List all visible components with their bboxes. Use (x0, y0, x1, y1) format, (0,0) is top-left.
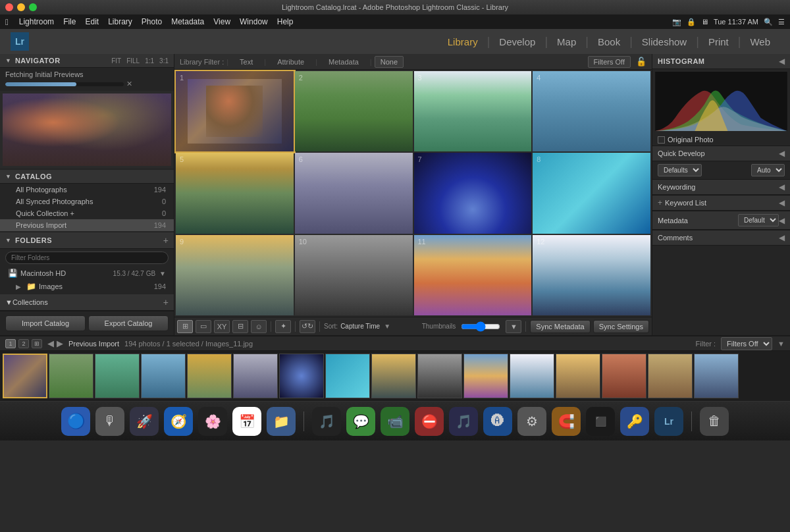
people-view-button[interactable]: ☺ (251, 320, 267, 333)
filter-metadata[interactable]: Metadata (320, 56, 367, 68)
finder2-dock-item[interactable]: 📁 (267, 407, 296, 436)
filmstrip-thumb-8[interactable] (371, 354, 416, 398)
catalog-item-quick-collection[interactable]: Quick Collection + 0 (0, 207, 174, 219)
catalog-item-all-photos[interactable]: All Photographs 194 (0, 184, 174, 196)
grid-view-button[interactable]: ⊞ (177, 320, 193, 333)
folder-images[interactable]: ▶ 📁 Images 194 (0, 280, 174, 293)
grid-cell-7[interactable]: 7 (414, 153, 532, 233)
filter-attribute[interactable]: Attribute (269, 56, 313, 68)
spray-tool[interactable]: ✦ (275, 320, 291, 333)
progress-cancel[interactable]: ✕ (126, 80, 132, 88)
grid-cell-10[interactable]: 10 (295, 235, 413, 315)
appstore-dock-item[interactable]: 🅐 (483, 407, 512, 436)
preset-select-2[interactable]: Auto (751, 164, 785, 176)
filmstrip-thumb-3[interactable] (141, 354, 186, 398)
photos-dock-item[interactable]: 🌸 (198, 407, 227, 436)
grid-cell-5[interactable]: 5 (176, 153, 294, 233)
thumbnail-slider[interactable] (461, 321, 500, 332)
nav-library[interactable]: Library (438, 29, 487, 54)
add-collection-icon[interactable]: + (163, 297, 169, 307)
original-photo-checkbox[interactable] (658, 136, 665, 144)
magnet-dock-item[interactable]: 🧲 (552, 407, 581, 436)
nav-develop[interactable]: Develop (490, 29, 544, 54)
terminal-dock-item[interactable]: ⬛ (586, 407, 615, 436)
nav-print[interactable]: Print (699, 29, 738, 54)
navigator-header[interactable]: ▼ Navigator FIT FILL 1:1 3:1 (0, 54, 174, 68)
control-strip[interactable]: ☰ (778, 18, 785, 26)
sort-chevron-icon[interactable]: ▼ (384, 323, 390, 330)
filmstrip-next-button[interactable]: ▶ (57, 338, 63, 348)
nav-book[interactable]: Book (589, 29, 629, 54)
filmstrip-thumb-0[interactable] (3, 354, 47, 398)
filmstrip-filter-chevron[interactable]: ▼ (777, 340, 785, 348)
keywording-header[interactable]: Keywording ◀ (652, 180, 790, 195)
survey-view-button[interactable]: ⊟ (232, 320, 248, 333)
collections-header[interactable]: ▼ Collections + (0, 294, 174, 311)
filmstrip-thumb-6[interactable] (279, 354, 324, 398)
preset-select[interactable]: Defaults (658, 164, 702, 176)
minimize-button[interactable] (17, 3, 25, 11)
facetime-dock-item[interactable]: 📹 (381, 407, 409, 436)
nav-map[interactable]: Map (548, 29, 585, 54)
import-catalog-button[interactable]: Import Catalog (5, 315, 86, 331)
messages-dock-item[interactable]: 💬 (346, 407, 375, 436)
apple-menu[interactable]:  (5, 17, 9, 27)
export-catalog-button[interactable]: Export Catalog (88, 315, 169, 331)
filmstrip-thumb-9[interactable] (417, 354, 462, 398)
rotate-tool[interactable]: ↺↻ (300, 320, 315, 333)
grid-cell-3[interactable]: 3 (414, 71, 532, 151)
menu-help[interactable]: Help (273, 16, 298, 28)
menu-photo[interactable]: Photo (138, 16, 166, 28)
comments-header[interactable]: Comments ◀ (652, 230, 790, 246)
quick-develop-header[interactable]: Quick Develop ◀ (652, 146, 790, 161)
trash-dock-item[interactable]: 🗑 (700, 407, 729, 436)
filmstrip-thumb-5[interactable] (233, 354, 278, 398)
folder-macintosh-hd[interactable]: 💾 Macintosh HD 15.3 / 42.7 GB ▼ (0, 267, 174, 280)
close-button[interactable] (5, 3, 13, 11)
thumbnail-menu[interactable]: ▼ (506, 320, 521, 333)
catalog-item-synced[interactable]: All Synced Photographs 0 (0, 196, 174, 207)
grid-cell-4[interactable]: 4 (533, 71, 650, 151)
metadata-preset-select[interactable]: Default (738, 214, 779, 226)
menu-window[interactable]: Window (236, 16, 272, 28)
compare-view-button[interactable]: XY (214, 320, 230, 333)
music-dock-item[interactable]: 🎵 (449, 407, 478, 436)
filmstrip-thumb-2[interactable] (95, 354, 140, 398)
add-folder-icon[interactable]: + (163, 235, 169, 246)
grid-cell-2[interactable]: 2 (295, 71, 413, 151)
filmstrip-thumb-12[interactable] (556, 354, 600, 398)
safari-dock-item[interactable]: 🧭 (164, 407, 193, 436)
filter-lock-icon[interactable]: 🔓 (636, 57, 646, 66)
filmstrip-thumb-13[interactable] (602, 354, 646, 398)
filmstrip-prev-button[interactable]: ◀ (47, 338, 54, 348)
menu-view[interactable]: View (209, 16, 234, 28)
1password-dock-item[interactable]: 🔑 (620, 407, 649, 436)
menu-file[interactable]: File (59, 16, 80, 28)
filmstrip-thumb-10[interactable] (463, 354, 508, 398)
siri-dock-item[interactable]: 🎙 (95, 407, 124, 436)
menu-edit[interactable]: Edit (81, 16, 103, 28)
maximize-button[interactable] (29, 3, 37, 11)
nav-slideshow[interactable]: Slideshow (633, 29, 696, 54)
sysprefs-dock-item[interactable]: ⚙ (517, 407, 546, 436)
traffic-lights[interactable] (5, 3, 37, 11)
grid-cell-6[interactable]: 6 (295, 153, 413, 233)
zoom-3-1[interactable]: 3:1 (159, 57, 169, 65)
filmstrip-thumb-4[interactable] (187, 354, 232, 398)
filter-text[interactable]: Text (231, 56, 261, 68)
filmstrip-filter-select[interactable]: Filters Off (721, 337, 772, 350)
grid-cell-8[interactable]: 8 (533, 153, 650, 233)
grid-cell-9[interactable]: 9 (176, 235, 294, 315)
filters-off[interactable]: Filters Off (588, 56, 631, 68)
filter-none[interactable]: None (375, 56, 404, 68)
grid-cell-11[interactable]: 11 (414, 235, 532, 315)
filmstrip-thumb-1[interactable] (49, 354, 93, 398)
filmstrip-thumb-7[interactable] (325, 354, 370, 398)
folders-header[interactable]: ▼ Folders + (0, 232, 174, 249)
grid-icon[interactable]: ⊞ (32, 339, 42, 348)
catalog-item-previous-import[interactable]: Previous Import 194 (0, 219, 174, 231)
sync-settings-button[interactable]: Sync Settings (593, 320, 649, 333)
loupe-view-button[interactable]: ▭ (196, 320, 211, 333)
sync-metadata-button[interactable]: Sync Metadata (530, 320, 590, 333)
calendar-dock-item[interactable]: 📅 (232, 407, 261, 436)
